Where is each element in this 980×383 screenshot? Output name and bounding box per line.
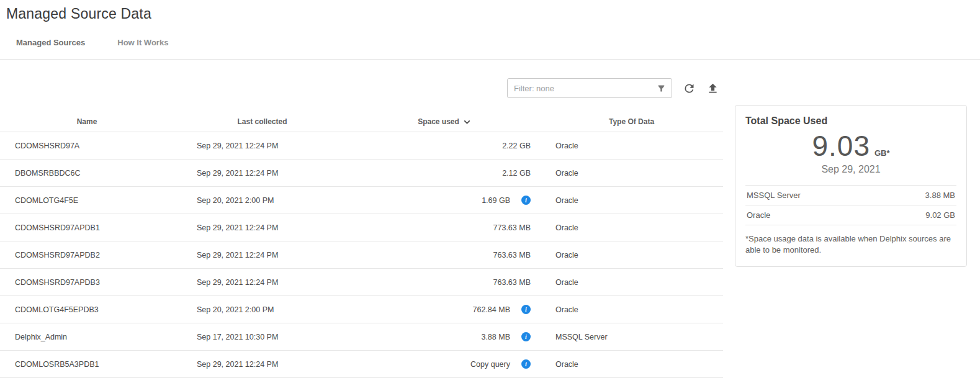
space-used-value: 2.12 GB [502,169,531,178]
table-row[interactable]: CDOMLOTG4F5EPDB3 Sep 20, 2021 2:00 PM 76… [0,296,723,323]
table-row[interactable]: CDOMLOTG4F5E Sep 20, 2021 2:00 PM 1.69 G… [0,187,723,214]
page-title: Managed Source Data [6,6,980,22]
card-title: Total Space Used [745,115,956,127]
last-collected: Sep 29, 2021 12:24 PM [174,251,351,259]
column-header-last-collected[interactable]: Last collected [174,117,351,126]
space-used-value: 763.63 MB [493,251,531,259]
table-row[interactable]: DBOMSRBBDC6C Sep 29, 2021 12:24 PM 2.12 … [0,160,723,187]
space-used-value: 1.69 GB [482,196,510,205]
column-header-type[interactable]: Type Of Data [540,117,723,126]
last-collected: Sep 29, 2021 12:24 PM [174,278,351,287]
refresh-icon[interactable] [683,82,696,95]
data-type: MSSQL Server [540,333,723,341]
total-space-date: Sep 29, 2021 [745,164,956,175]
table-row[interactable]: Delphix_Admin Sep 17, 2021 10:30 PM 3.88… [0,323,723,351]
data-type: Oracle [540,169,723,178]
data-type: Oracle [540,196,723,205]
space-used-cell: 773.63 MB i [351,223,540,232]
space-used-cell: 763.63 MB i [351,278,540,287]
space-used-cell: 2.22 GB i [351,142,540,150]
sort-desc-icon[interactable] [461,116,473,128]
space-used-cell: 3.88 MB i [351,332,540,341]
table-row[interactable]: CDOMSHSRD97A Sep 29, 2021 12:24 PM 2.22 … [0,132,723,160]
info-icon[interactable]: i [521,359,531,369]
data-type: Oracle [540,360,723,369]
breakdown-label: MSSQL Server [747,191,801,200]
space-used-cell: 762.84 MB i [351,305,540,314]
space-used-value: 3.88 MB [481,333,510,341]
column-header-space-used[interactable]: Space used [351,116,540,128]
content-area: Name Last collected Space used Type Of D… [0,60,980,378]
last-collected: Sep 29, 2021 12:24 PM [174,360,351,369]
last-collected: Sep 29, 2021 12:24 PM [174,142,351,150]
breakdown-value: 3.88 MB [925,191,955,200]
space-used-value: 773.63 MB [493,223,531,232]
tab-how-it-works[interactable]: How It Works [117,38,168,47]
last-collected: Sep 20, 2021 2:00 PM [174,305,351,314]
data-type: Oracle [540,223,723,232]
last-collected: Sep 29, 2021 12:24 PM [174,223,351,232]
space-used-cell: Copy query i [351,359,540,369]
data-type: Oracle [540,142,723,150]
tab-managed-sources[interactable]: Managed Sources [16,38,85,47]
data-type: Oracle [540,278,723,287]
info-icon[interactable]: i [521,332,531,341]
space-used-value: 2.22 GB [502,142,531,150]
space-used-cell: 763.63 MB i [351,251,540,259]
total-space: 9.03GB* [745,129,956,163]
source-name: CDOMSHSRD97APDB3 [0,278,174,287]
breakdown-value: 9.02 GB [925,210,955,220]
breakdown-row: MSSQL Server 3.88 MB [745,185,956,205]
table-row[interactable]: CDOMSHSRD97APDB2 Sep 29, 2021 12:24 PM 7… [0,241,723,269]
source-name: CDOMLOTG4F5E [0,196,174,205]
total-space-card: Total Space Used 9.03GB* Sep 29, 2021 MS… [735,105,967,267]
space-used-value: 762.84 MB [473,305,510,314]
data-type: Oracle [540,251,723,259]
source-name: CDOMSHSRD97APDB2 [0,251,174,259]
last-collected: Sep 17, 2021 10:30 PM [174,333,351,341]
breakdown-label: Oracle [747,210,770,220]
column-header-name[interactable]: Name [0,117,174,126]
info-icon[interactable]: i [521,305,531,314]
last-collected: Sep 20, 2021 2:00 PM [174,196,351,205]
column-header-space-used-label: Space used [418,117,459,126]
filter-icon[interactable] [657,84,672,93]
space-breakdown-list: MSSQL Server 3.88 MB Oracle 9.02 GB [745,185,956,225]
table-row[interactable]: CDOMSHSRD97APDB1 Sep 29, 2021 12:24 PM 7… [0,214,723,241]
last-collected: Sep 29, 2021 12:24 PM [174,169,351,178]
tab-bar: Managed Sources How It Works [0,22,980,60]
total-space-value: 9.03 [812,130,870,162]
table-body: CDOMSHSRD97A Sep 29, 2021 12:24 PM 2.22 … [0,132,723,378]
table-toolbar [0,78,723,99]
filter-input[interactable] [508,84,657,93]
table-row[interactable]: CDOMSHSRD97APDB3 Sep 29, 2021 12:24 PM 7… [0,269,723,296]
space-used-value: Copy query [470,360,510,369]
breakdown-row: Oracle 9.02 GB [745,205,956,225]
source-name: CDOMLOSRB5A3PDB1 [0,360,174,369]
table-header-row: Name Last collected Space used Type Of D… [0,112,723,132]
source-name: CDOMSHSRD97A [0,142,174,150]
filter-box [507,78,672,98]
space-used-cell: 1.69 GB i [351,196,540,205]
total-space-unit: GB* [874,148,890,158]
table-panel: Name Last collected Space used Type Of D… [0,60,723,378]
space-used-value: 763.63 MB [493,278,531,287]
source-name: CDOMLOTG4F5EPDB3 [0,305,174,314]
source-name: DBOMSRBBDC6C [0,169,174,178]
data-type: Oracle [540,305,723,314]
footnote: *Space usage data is available when Delp… [745,233,956,255]
source-name: CDOMSHSRD97APDB1 [0,223,174,232]
table-row[interactable]: CDOMLOSRB5A3PDB1 Sep 29, 2021 12:24 PM C… [0,351,723,378]
summary-panel: Total Space Used 9.03GB* Sep 29, 2021 MS… [735,105,967,267]
space-used-cell: 2.12 GB i [351,169,540,178]
info-icon[interactable]: i [521,196,531,205]
upload-icon[interactable] [706,82,719,95]
source-name: Delphix_Admin [0,333,174,341]
